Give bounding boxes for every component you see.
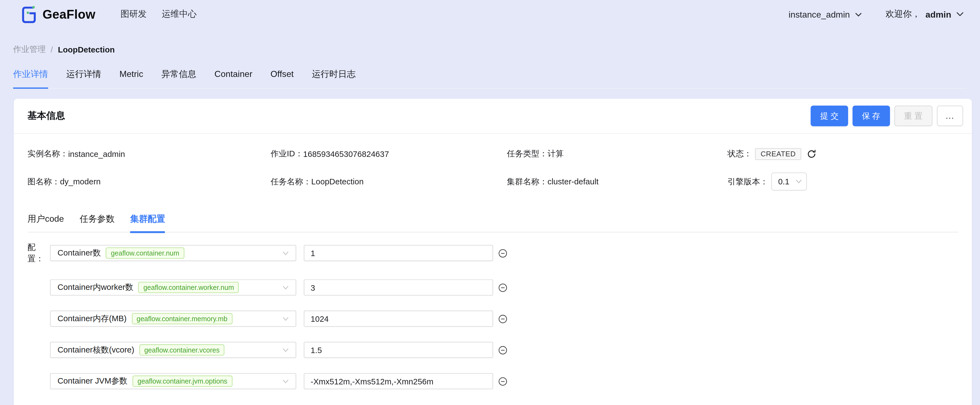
config-key-tag: geaflow.container.jvm.options [132,376,232,387]
info-field-0: 实例名称：instance_admin [27,147,271,160]
info-field-value: 1685934653076824637 [303,149,389,158]
page: GeaFlow 图研发运维中心 instance_admin 欢迎你， admi… [0,0,980,405]
instance-switcher-label: instance_admin [789,10,850,19]
status-badge: CREATED [755,148,801,160]
info-field-value: dy_modern [60,177,100,186]
tab-1[interactable]: 运行详情 [66,69,101,88]
brand-logo[interactable]: GeaFlow [21,5,95,24]
chevron-down-icon [855,12,862,16]
user-name: admin [926,10,951,19]
refresh-icon[interactable] [807,149,816,158]
top-nav-item-0[interactable]: 图研发 [120,9,147,20]
config-key-name: Container内存(MB) [57,313,126,324]
config-row: Container内worker数geaflow.container.worke… [27,280,958,295]
subtab-0[interactable]: 用户code [27,214,64,232]
config-key-select[interactable]: Container内存(MB)geaflow.container.memory.… [50,310,296,327]
chevron-down-icon [956,12,964,17]
engine-version-value: 0.1 [778,177,795,186]
card-actions: 提 交 保 存 重 置 ... [811,105,963,126]
tab-3[interactable]: 异常信息 [161,69,196,88]
breadcrumb-parent[interactable]: 作业管理 [13,44,46,55]
config-key-name: Container数 [57,248,101,259]
info-field-label: 作业ID： [271,148,303,159]
geaflow-logo-icon [21,5,37,24]
config-key-select[interactable]: Container数geaflow.container.num [50,245,296,261]
config-value-input[interactable] [304,342,493,358]
info-field-value: LoopDetection [311,177,364,186]
config-row: 配置：Container数geaflow.container.num [27,242,958,264]
cluster-config-section: 配置：Container数geaflow.container.numContai… [14,232,972,389]
chevron-down-icon [283,379,289,383]
info-field-label: 任务名称： [271,176,311,187]
config-label: 配置： [27,242,50,264]
config-key-name: Container JVM参数 [57,376,127,387]
info-field-value: 计算 [547,148,564,159]
config-row: Container JVM参数geaflow.container.jvm.opt… [27,373,958,389]
tab-5[interactable]: Offset [270,69,293,88]
chevron-down-icon [283,251,289,255]
more-actions-button[interactable]: ... [937,105,963,126]
breadcrumb-separator: / [51,45,53,54]
submit-button[interactable]: 提 交 [811,105,848,126]
page-tabs: 作业详情运行详情Metric异常信息ContainerOffset运行时日志 [13,69,967,89]
info-field-6: 集群名称：cluster-default [507,175,727,189]
card-title: 基本信息 [27,110,65,122]
info-field-value: instance_admin [68,149,125,158]
chevron-down-icon [795,179,802,184]
config-subtabs: 用户code任务参数集群配置 [27,214,958,232]
config-value-input[interactable] [304,373,493,389]
config-key-tag: geaflow.container.vcores [139,344,224,356]
reset-button[interactable]: 重 置 [894,105,932,126]
tab-4[interactable]: Container [214,69,252,88]
info-field-label: 状态： [727,148,752,159]
config-key-tag: geaflow.container.memory.mb [132,313,232,324]
tab-6[interactable]: 运行时日志 [312,69,356,88]
config-key-select[interactable]: Container JVM参数geaflow.container.jvm.opt… [50,373,296,389]
info-field-5: 任务名称：LoopDetection [271,175,507,189]
info-field-7: 引擎版本：0.1 [727,173,958,191]
config-key-name: Container核数(vcore) [57,344,134,356]
top-nav-item-1[interactable]: 运维中心 [162,9,197,20]
info-field-2: 任务类型：计算 [507,147,727,160]
config-value-input[interactable] [304,310,493,327]
info-field-label: 引擎版本： [727,176,768,187]
user-menu[interactable]: 欢迎你， admin [886,9,964,20]
save-button[interactable]: 保 存 [853,105,890,126]
chevron-down-icon [283,285,289,290]
minus-circle-icon[interactable] [498,283,508,292]
config-key-name: Container内worker数 [57,282,133,293]
config-key-tag: geaflow.container.worker.num [138,282,239,293]
config-row: Container内存(MB)geaflow.container.memory.… [27,310,958,327]
tab-0[interactable]: 作业详情 [13,69,48,88]
basic-info-grid: 实例名称：instance_admin作业ID：1685934653076824… [14,134,972,191]
info-field-label: 实例名称： [27,148,68,159]
minus-circle-icon[interactable] [498,248,508,258]
config-key-tag: geaflow.container.num [106,248,184,259]
card-header: 基本信息 提 交 保 存 重 置 ... [14,98,972,133]
top-bar: GeaFlow 图研发运维中心 instance_admin 欢迎你， admi… [0,0,980,29]
instance-switcher[interactable]: instance_admin [789,10,862,19]
info-field-1: 作业ID：1685934653076824637 [271,147,507,160]
info-field-label: 集群名称： [507,176,547,187]
config-key-select[interactable]: Container内worker数geaflow.container.worke… [50,280,296,295]
top-nav: 图研发运维中心 [120,9,197,20]
minus-circle-icon[interactable] [498,345,508,355]
config-key-select[interactable]: Container核数(vcore)geaflow.container.vcor… [50,342,296,358]
brand-name: GeaFlow [43,7,95,21]
welcome-text: 欢迎你， [886,9,920,20]
chevron-down-icon [283,348,289,352]
subtab-2[interactable]: 集群配置 [130,214,165,232]
info-field-label: 任务类型： [507,148,547,159]
minus-circle-icon[interactable] [498,376,508,386]
breadcrumb: 作业管理 / LoopDetection [13,44,980,55]
chevron-down-icon [283,316,289,321]
tab-2[interactable]: Metric [119,69,143,88]
minus-circle-icon[interactable] [498,314,508,323]
config-value-input[interactable] [304,245,493,261]
topbar-right: instance_admin 欢迎你， admin [789,9,964,20]
job-detail-card: 基本信息 提 交 保 存 重 置 ... 实例名称：instance_admin… [14,98,972,405]
subtab-1[interactable]: 任务参数 [80,214,115,232]
engine-version-select[interactable]: 0.1 [771,173,807,191]
config-value-input[interactable] [304,280,493,295]
info-field-3: 状态：CREATED [727,147,958,160]
